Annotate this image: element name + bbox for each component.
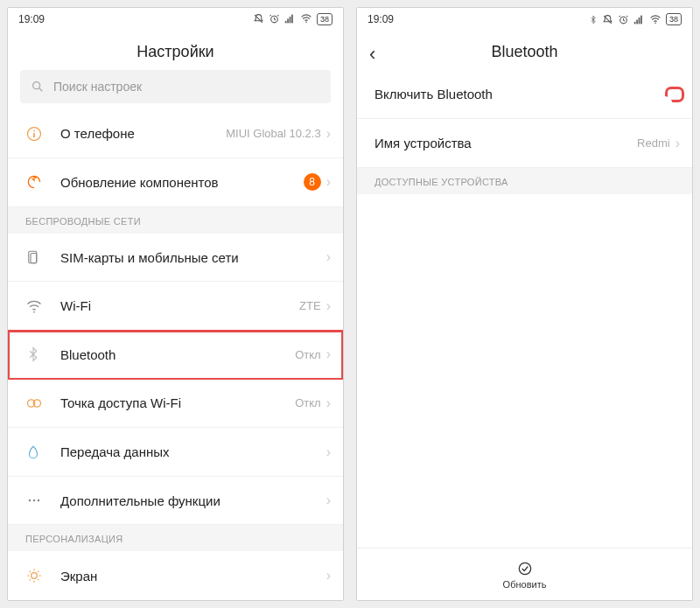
signal-icon: [634, 14, 645, 25]
row-display[interactable]: Экран ›: [8, 551, 343, 600]
svg-rect-25: [639, 17, 640, 24]
row-about-phone[interactable]: О телефоне MIUI Global 10.2.3 ›: [8, 110, 343, 159]
signal-icon: [284, 13, 296, 24]
row-sim[interactable]: SIM-карты и мобильные сети ›: [8, 234, 343, 283]
svg-rect-23: [634, 21, 636, 23]
toggle-highlight: [669, 91, 680, 98]
wifi-status-icon: [300, 13, 312, 24]
svg-point-10: [33, 130, 35, 132]
row-label: О телефоне: [60, 126, 226, 141]
row-hotspot[interactable]: Точка доступа Wi-Fi Откл ›: [8, 380, 343, 429]
wifi-status-icon: [649, 14, 662, 25]
row-label: Имя устройства: [374, 136, 637, 150]
svg-point-18: [33, 500, 36, 502]
svg-rect-2: [285, 21, 287, 23]
svg-rect-13: [31, 254, 37, 263]
page-title: Настройки: [8, 31, 343, 70]
chevron-right-icon: ›: [676, 136, 680, 151]
row-label: Экран: [60, 569, 326, 584]
section-wireless: БЕСПРОВОДНЫЕ СЕТИ: [8, 207, 343, 234]
svg-rect-24: [636, 19, 638, 24]
chevron-right-icon: ›: [326, 493, 331, 508]
hotspot-icon: [25, 395, 43, 412]
row-data[interactable]: Передача данных ›: [8, 428, 343, 477]
row-value: Redmi: [637, 136, 670, 150]
status-time: 19:09: [18, 13, 45, 25]
alarm-icon: [618, 14, 629, 25]
refresh-label: Обновить: [503, 579, 547, 590]
svg-line-8: [39, 88, 42, 91]
chevron-right-icon: ›: [326, 346, 331, 362]
refresh-icon: [516, 560, 534, 577]
search-placeholder: Поиск настроек: [53, 80, 142, 94]
status-right: 38: [589, 13, 682, 25]
row-more[interactable]: Дополнительные функции ›: [8, 477, 343, 526]
available-list-empty: [357, 194, 692, 548]
row-updates[interactable]: Обновление компонентов 8 ›: [8, 158, 343, 207]
phone-bluetooth: 19:09 38 ‹ Bluetooth Включить Bluetooth: [356, 7, 693, 601]
dnd-icon: [253, 13, 264, 24]
row-enable-bluetooth[interactable]: Включить Bluetooth: [357, 70, 692, 119]
status-right: 38: [253, 13, 332, 25]
row-label: SIM-карты и мобильные сети: [60, 250, 326, 265]
section-available: ДОСТУПНЫЕ УСТРОЙСТВА: [357, 168, 692, 194]
phone-settings: 19:09 38 Настройки Поиск настроек: [7, 7, 344, 601]
svg-point-14: [33, 311, 35, 313]
alarm-icon: [269, 13, 280, 24]
update-icon: [25, 173, 43, 191]
chevron-right-icon: ›: [326, 126, 331, 142]
row-label: Дополнительные функции: [60, 493, 326, 508]
svg-rect-5: [291, 15, 293, 24]
row-label: Передача данных: [60, 444, 326, 459]
chevron-right-icon: ›: [326, 174, 331, 190]
page-title: ‹ Bluetooth: [357, 31, 692, 70]
row-value: Откл: [295, 396, 321, 409]
row-value: Откл: [295, 348, 321, 361]
row-wifi[interactable]: Wi-Fi ZTE ›: [8, 282, 343, 331]
svg-rect-11: [33, 133, 35, 137]
chevron-right-icon: ›: [326, 568, 331, 584]
statusbar: 19:09 38: [8, 8, 343, 31]
svg-point-27: [654, 22, 656, 24]
row-label: Wi-Fi: [60, 298, 299, 313]
svg-point-19: [38, 500, 40, 502]
bluetooth-icon: [25, 346, 41, 363]
svg-rect-4: [290, 17, 291, 23]
battery-icon: 38: [666, 13, 682, 25]
row-label: Bluetooth: [60, 347, 295, 362]
sim-icon: [25, 249, 41, 265]
statusbar: 19:09 38: [357, 8, 692, 31]
svg-point-20: [32, 573, 38, 579]
wifi-icon: [25, 297, 43, 315]
back-button[interactable]: ‹: [369, 43, 375, 66]
svg-point-17: [29, 500, 32, 502]
row-label: Точка доступа Wi-Fi: [60, 395, 295, 410]
info-icon: [25, 125, 43, 143]
chevron-right-icon: ›: [326, 444, 331, 460]
chevron-right-icon: ›: [326, 298, 331, 314]
svg-point-6: [305, 22, 307, 24]
row-value: MIUI Global 10.2.3: [226, 127, 320, 140]
row-bluetooth[interactable]: Bluetooth Откл ›: [8, 331, 343, 380]
svg-rect-3: [287, 19, 289, 24]
row-label: Обновление компонентов: [60, 175, 304, 190]
status-time: 19:09: [368, 13, 394, 25]
updates-badge: 8: [304, 173, 321, 191]
svg-point-28: [519, 563, 530, 574]
more-icon: [25, 492, 43, 509]
bluetooth-status-icon: [589, 14, 598, 25]
data-icon: [25, 444, 41, 461]
svg-point-7: [33, 81, 40, 88]
search-icon: [31, 80, 45, 94]
section-personal: ПЕРСОНАЛИЗАЦИЯ: [8, 525, 343, 551]
battery-icon: 38: [317, 13, 332, 25]
header-label: Bluetooth: [491, 43, 557, 60]
chevron-right-icon: ›: [326, 395, 331, 411]
svg-rect-26: [640, 15, 642, 24]
refresh-button[interactable]: Обновить: [357, 548, 692, 600]
display-icon: [25, 567, 43, 584]
row-device-name[interactable]: Имя устройства Redmi ›: [357, 119, 692, 168]
search-input[interactable]: Поиск настроек: [20, 70, 331, 103]
row-label: Включить Bluetooth: [374, 87, 669, 101]
row-value: ZTE: [299, 299, 321, 312]
